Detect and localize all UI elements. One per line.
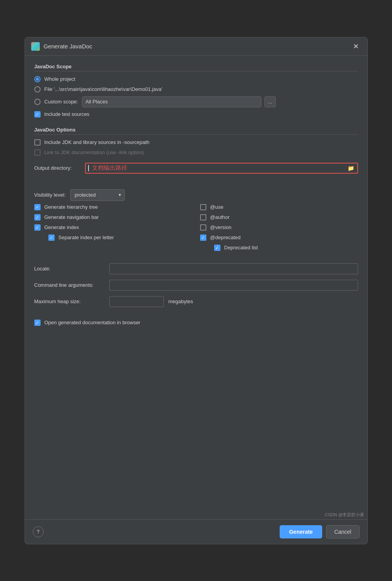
include-test-checkbox[interactable] (34, 111, 41, 117)
locale-section: Locale: Command line arguments: Maximum … (34, 263, 358, 307)
dialog-titlebar: Generate JavaDoc ✕ (25, 37, 367, 56)
include-test-item: Include test sources (34, 111, 358, 117)
scope-whole-project-label: Whole project (44, 76, 75, 82)
at-use-item: @use (200, 204, 358, 210)
at-author-label: @author (210, 214, 230, 220)
generate-hierarchy-tree-checkbox[interactable] (34, 204, 41, 210)
scope-section: JavaDoc Scope Whole project File '...\sr… (34, 64, 358, 117)
deprecated-list-checkbox[interactable] (214, 245, 220, 251)
generate-hierarchy-tree-item: Generate hierarchy tree (34, 204, 192, 210)
heap-row: Maximum heap size: megabytes (34, 296, 358, 307)
generate-hierarchy-tree-label: Generate hierarchy tree (44, 204, 98, 210)
cmdline-input[interactable] (109, 280, 358, 291)
at-author-item: @author (200, 214, 358, 220)
checkboxes-grid-row5: Deprecated list (34, 245, 358, 251)
separate-index-checkbox[interactable] (48, 235, 55, 241)
include-test-label: Include test sources (44, 111, 90, 117)
generate-index-item: Generate index (34, 224, 192, 231)
generate-navigation-bar-item: Generate navigation bar (34, 214, 192, 220)
scope-section-header: JavaDoc Scope (34, 64, 358, 71)
separate-index-label: Separate index per letter (59, 235, 114, 240)
generate-index-label: Generate index (44, 224, 79, 230)
scope-whole-project-item: Whole project (34, 76, 358, 82)
megabytes-label: megabytes (169, 298, 193, 304)
checkboxes-grid-row2: Generate navigation bar @author (34, 214, 358, 220)
scope-file-item: File '...\src\main\java\com\lihaozhe\var… (34, 86, 358, 92)
footer-actions: Generate Cancel (280, 525, 359, 538)
scope-select-wrapper: All Places ... (82, 96, 358, 107)
link-jdk-item: Link to JDK documentation (use -link opt… (34, 149, 358, 156)
heap-size-input[interactable] (109, 296, 164, 307)
output-directory-row: Output directory: 📁 (34, 163, 358, 174)
at-deprecated-item: @deprecated (200, 235, 358, 241)
open-browser-row: Open generated documentation in browser (34, 320, 358, 326)
output-directory-input[interactable] (92, 165, 345, 171)
checkboxes-grid-row1: Generate hierarchy tree @use (34, 204, 358, 210)
output-directory-label: Output directory: (34, 165, 81, 171)
scope-ellipsis-button[interactable]: ... (264, 96, 276, 107)
include-jdk-item: Include JDK and library sources in -sour… (34, 139, 358, 146)
scope-file-label: File '...\src\main\java\com\lihaozhe\var… (44, 86, 163, 92)
dialog-body: JavaDoc Scope Whole project File '...\sr… (25, 56, 367, 511)
heap-label: Maximum heap size: (34, 298, 105, 304)
dialog-title: Generate JavaDoc (44, 43, 347, 50)
at-use-checkbox[interactable] (200, 204, 206, 210)
generate-navigation-bar-label: Generate navigation bar (44, 214, 99, 220)
watermark: CSDN @李昊哲小课 (25, 511, 367, 519)
close-button[interactable]: ✕ (351, 42, 361, 51)
at-deprecated-label: @deprecated (210, 235, 241, 240)
visibility-select[interactable]: public protected package private (70, 189, 125, 201)
checkboxes-container: Generate hierarchy tree @use Generate na… (34, 204, 358, 251)
at-use-label: @use (210, 204, 223, 210)
scope-custom-select[interactable]: All Places (82, 96, 261, 107)
cmdline-row: Command line arguments: (34, 280, 358, 291)
visibility-select-wrap: public protected package private ▼ (70, 189, 125, 201)
input-cursor (88, 165, 89, 171)
open-browser-label: Open generated documentation in browser (44, 320, 140, 325)
output-directory-input-wrap: 📁 (85, 163, 358, 174)
visibility-section: Visibility level: public protected packa… (34, 183, 358, 251)
include-jdk-label: Include JDK and library sources in -sour… (44, 139, 150, 145)
checkboxes-grid-row4: Separate index per letter @deprecated (34, 235, 358, 241)
cancel-button[interactable]: Cancel (326, 525, 360, 538)
at-version-label: @version (210, 224, 232, 230)
app-icon (31, 42, 40, 51)
generate-button[interactable]: Generate (280, 525, 322, 538)
scope-radio-group: Whole project File '...\src\main\java\co… (34, 76, 358, 117)
scope-custom-radio[interactable] (34, 99, 41, 105)
at-author-checkbox[interactable] (200, 214, 206, 220)
generate-index-checkbox[interactable] (34, 224, 41, 231)
separate-index-item: Separate index per letter (34, 235, 192, 241)
visibility-label: Visibility level: (34, 192, 66, 198)
options-section: JavaDoc Options Include JDK and library … (34, 127, 358, 174)
options-checkboxes: Include JDK and library sources in -sour… (34, 139, 358, 174)
scope-custom-label: Custom scope: (44, 99, 78, 105)
include-jdk-checkbox[interactable] (34, 139, 41, 146)
at-version-item: @version (200, 224, 358, 231)
locale-row: Locale: (34, 263, 358, 274)
locale-label: Locale: (34, 266, 105, 272)
locale-input[interactable] (109, 263, 358, 274)
visibility-row: Visibility level: public protected packa… (34, 189, 358, 201)
deprecated-list-label: Deprecated list (224, 245, 258, 251)
scope-file-radio[interactable] (34, 86, 41, 92)
generate-javadoc-dialog: Generate JavaDoc ✕ JavaDoc Scope Whole p… (25, 37, 368, 544)
help-button[interactable]: ? (33, 526, 44, 537)
at-version-checkbox[interactable] (200, 224, 206, 231)
scope-whole-project-radio[interactable] (34, 76, 41, 82)
link-jdk-label: Link to JDK documentation (use -link opt… (44, 149, 144, 155)
generate-navigation-bar-checkbox[interactable] (34, 214, 41, 220)
at-deprecated-checkbox[interactable] (200, 235, 206, 241)
link-jdk-checkbox[interactable] (34, 149, 41, 156)
scope-custom-row: Custom scope: All Places ... (34, 96, 358, 107)
deprecated-list-item: Deprecated list (200, 245, 358, 251)
checkboxes-grid-row3: Generate index @version (34, 224, 358, 231)
open-browser-checkbox[interactable] (34, 320, 41, 326)
options-section-header: JavaDoc Options (34, 127, 358, 135)
folder-browse-button[interactable]: 📁 (347, 164, 355, 172)
cmdline-label: Command line arguments: (34, 282, 105, 288)
dialog-footer: ? Generate Cancel (25, 519, 367, 544)
